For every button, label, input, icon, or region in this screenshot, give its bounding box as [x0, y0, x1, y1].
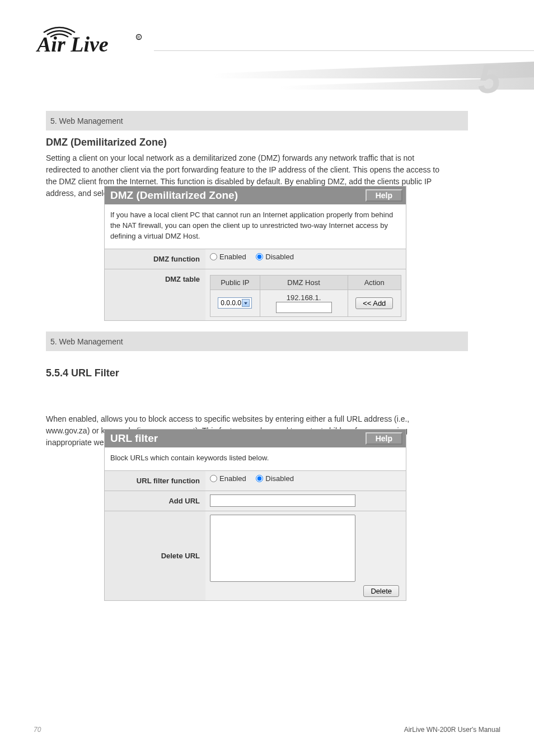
chapter-number: 5 — [478, 56, 500, 101]
delete-url-list[interactable] — [210, 515, 355, 582]
page-footer: 70 AirLive WN-200R User's Manual — [34, 726, 500, 734]
dmz-table-cell: Public IP DMZ Host Action 0.0.0.0 — [205, 269, 406, 320]
dmz-function-cell: Enabled Disabled — [205, 249, 406, 269]
dmz-inner-table: Public IP DMZ Host Action 0.0.0.0 — [210, 275, 401, 317]
delete-url-label: Delete URL — [105, 511, 205, 600]
dmz-disabled-radio[interactable] — [256, 253, 263, 260]
dmz-table-label: DMZ table — [105, 269, 205, 320]
urlfilter-help-button[interactable]: Help — [366, 432, 402, 445]
section-heading-dmz: DMZ (Demilitarized Zone) — [46, 137, 167, 148]
dmz-add-button[interactable]: << Add — [355, 297, 393, 309]
section-heading-urlfilter: 5.5.4 URL Filter — [46, 367, 119, 379]
add-url-cell — [205, 491, 406, 511]
urlfilter-disabled-option[interactable]: Disabled — [256, 474, 294, 483]
dmz-publicip-cell: 0.0.0.0 — [210, 290, 260, 316]
dmz-form-table: DMZ function Enabled Disabled DMZ table — [105, 249, 406, 320]
delete-url-button[interactable]: Delete — [363, 585, 399, 597]
dmz-enabled-radio[interactable] — [210, 253, 217, 260]
header-divider — [154, 50, 534, 51]
urlfilter-enabled-label: Enabled — [219, 474, 246, 483]
dmz-panel-description: If you have a local client PC that canno… — [105, 204, 406, 249]
dmz-action-cell: << Add — [348, 290, 401, 316]
dmz-th-host: DMZ Host — [260, 275, 348, 290]
urlfilter-panel-header: URL filter Help — [105, 430, 406, 447]
dmz-help-button[interactable]: Help — [366, 189, 402, 202]
product-name: AirLive WN-200R User's Manual — [404, 726, 500, 734]
add-url-label: Add URL — [105, 491, 205, 511]
urlfilter-panel: URL filter Help Block URLs which contain… — [104, 429, 406, 601]
dmz-panel: DMZ (Demilitarized Zone) Help If you hav… — [104, 186, 406, 321]
svg-text:R: R — [137, 35, 140, 39]
dmz-host-input[interactable] — [276, 302, 332, 313]
breadcrumb-bar-2: 5. Web Management — [46, 332, 468, 351]
svg-text:Air Live: Air Live — [36, 32, 109, 56]
page-number: 70 — [34, 726, 41, 734]
dmz-function-label: DMZ function — [105, 249, 205, 269]
urlfilter-form-table: URL filter function Enabled Disabled Add… — [105, 470, 406, 601]
delete-url-cell: Delete — [205, 511, 406, 600]
urlfilter-disabled-radio[interactable] — [256, 475, 263, 482]
dmz-enabled-option[interactable]: Enabled — [210, 253, 246, 261]
dmz-disabled-label: Disabled — [265, 253, 294, 261]
dmz-enabled-label: Enabled — [219, 253, 246, 261]
urlfilter-enabled-radio[interactable] — [210, 475, 217, 482]
add-url-input[interactable] — [210, 494, 355, 507]
urlfilter-function-cell: Enabled Disabled — [205, 470, 406, 491]
dmz-host-cell: 192.168.1. — [260, 290, 348, 316]
dmz-host-prefix: 192.168.1. — [287, 293, 321, 302]
urlfilter-function-label: URL filter function — [105, 470, 205, 491]
dmz-publicip-select[interactable]: 0.0.0.0 — [218, 297, 252, 309]
urlfilter-disabled-label: Disabled — [265, 474, 294, 483]
urlfilter-panel-title: URL filter — [110, 432, 158, 445]
dmz-panel-header: DMZ (Demilitarized Zone) Help — [105, 186, 406, 204]
brand-logo: Air Live R — [34, 20, 151, 57]
dmz-disabled-option[interactable]: Disabled — [256, 253, 294, 261]
urlfilter-panel-description: Block URLs which contain keywords listed… — [105, 447, 406, 470]
dmz-panel-title: DMZ (Demilitarized Zone) — [110, 189, 238, 202]
dmz-th-action: Action — [348, 275, 401, 290]
dmz-th-publicip: Public IP — [210, 275, 260, 290]
urlfilter-enabled-option[interactable]: Enabled — [210, 474, 246, 483]
breadcrumb-bar-1: 5. Web Management — [46, 111, 468, 130]
